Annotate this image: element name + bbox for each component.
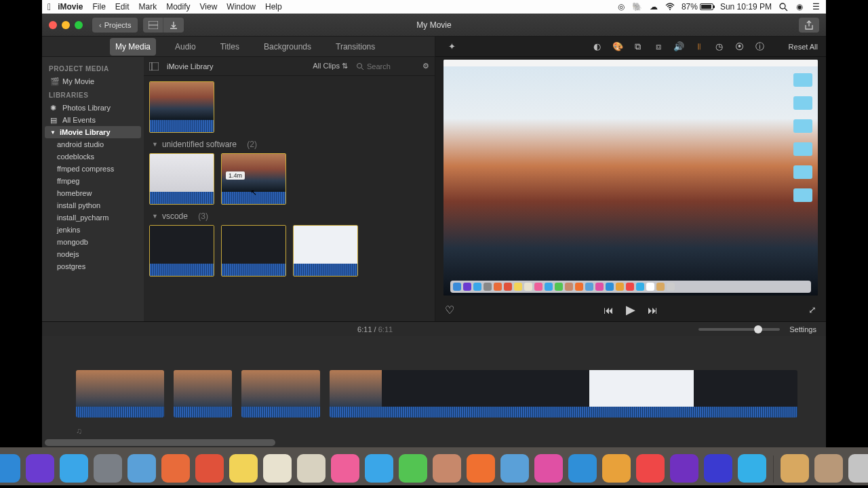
tab-transitions[interactable]: Transitions [330, 38, 380, 56]
tab-my-media[interactable]: My Media [110, 38, 156, 56]
skip-back-button[interactable]: ⏮ [604, 304, 614, 316]
menu-edit[interactable]: Edit [115, 2, 130, 12]
dock-app-icon[interactable] [229, 454, 258, 483]
dock-app-icon[interactable] [161, 454, 190, 483]
color-balance-icon[interactable]: ◐ [592, 41, 603, 52]
info-icon[interactable]: ⓘ [755, 41, 766, 52]
preview-viewer[interactable] [443, 60, 818, 296]
dock-app-icon[interactable] [60, 454, 88, 483]
clip-group-header[interactable]: ▼unidentified software (2) [152, 140, 429, 149]
share-button[interactable] [799, 18, 819, 33]
status-icon[interactable]: ◎ [616, 2, 626, 12]
battery-status[interactable]: 87% [682, 2, 713, 12]
crop-icon[interactable]: ⧉ [633, 41, 644, 52]
stabilize-icon[interactable]: ⧈ [653, 41, 664, 52]
sidebar-item-event[interactable]: postgres [45, 260, 141, 272]
color-correction-icon[interactable]: 🎨 [612, 41, 623, 52]
dock-app-icon[interactable] [331, 454, 359, 483]
speed-icon[interactable]: ◷ [714, 41, 725, 52]
timeline-clip[interactable] [330, 370, 797, 418]
timeline-scrollbar[interactable] [45, 439, 275, 446]
app-menu[interactable]: iMovie [58, 2, 83, 12]
dock-app-icon[interactable] [297, 454, 326, 483]
search-input[interactable] [367, 62, 414, 70]
dock-app-icon[interactable] [399, 454, 427, 483]
clip-thumbnail[interactable] [149, 153, 214, 205]
siri-icon[interactable]: ◉ [795, 2, 804, 12]
tab-backgrounds[interactable]: Backgrounds [258, 38, 317, 56]
tab-audio[interactable]: Audio [170, 38, 201, 56]
dock-app-icon[interactable] [814, 454, 843, 483]
audio-track[interactable]: ♫ [76, 424, 826, 438]
favorite-icon[interactable]: ♡ [445, 304, 454, 317]
status-icon[interactable]: ☁ [649, 2, 658, 12]
sidebar-item-event[interactable]: mongodb [45, 236, 141, 248]
dock-app-icon[interactable] [467, 454, 495, 483]
dock-app-icon[interactable] [195, 454, 224, 483]
window-minimize-button[interactable] [62, 21, 70, 29]
dock-app-icon[interactable] [0, 454, 20, 483]
clip-thumbnail[interactable] [221, 225, 286, 277]
browser-settings-icon[interactable]: ⚙ [422, 62, 429, 70]
dock-app-icon[interactable] [127, 454, 156, 483]
dock-app-icon[interactable] [738, 454, 766, 483]
dock-app-icon[interactable] [26, 454, 54, 483]
menu-modify[interactable]: Modify [166, 2, 190, 12]
status-icon[interactable]: 🐘 [633, 2, 642, 12]
dock-app-icon[interactable] [263, 454, 292, 483]
clip-thumbnail[interactable]: 1.4m↖ [221, 153, 286, 205]
dock-app-icon[interactable] [848, 454, 869, 483]
dock-app-icon[interactable] [433, 454, 461, 483]
clip-group-header[interactable]: ▼vscode (3) [152, 211, 429, 221]
dock-app-icon[interactable] [568, 454, 597, 483]
timeline-clip[interactable] [76, 370, 164, 418]
dock-app-icon[interactable] [365, 454, 393, 483]
skip-forward-button[interactable]: ⏭ [648, 304, 658, 316]
notification-center-icon[interactable]: ☰ [811, 2, 821, 12]
clips-filter-dropdown[interactable]: All Clips ⇅ [313, 62, 348, 70]
menu-mark[interactable]: Mark [139, 2, 157, 12]
clip-thumbnail[interactable] [149, 81, 214, 133]
dock-app-icon[interactable] [670, 454, 698, 483]
fullscreen-button[interactable]: ⤢ [808, 304, 816, 315]
timeline-settings-button[interactable]: Settings [789, 325, 816, 333]
clip-thumbnail[interactable] [293, 225, 358, 277]
menu-help[interactable]: Help [265, 2, 282, 12]
play-button[interactable]: ▶ [626, 302, 635, 317]
window-close-button[interactable] [49, 21, 57, 29]
sidebar-item-event[interactable]: jenkins [45, 224, 141, 236]
dock-app-icon[interactable] [602, 454, 631, 483]
dock-app-icon[interactable] [500, 454, 529, 483]
menu-window[interactable]: Window [226, 2, 256, 12]
dock-app-icon[interactable] [534, 454, 563, 483]
spotlight-icon[interactable] [778, 2, 788, 12]
sidebar-item-event[interactable]: ffmped compress [45, 163, 141, 175]
sidebar-item-event[interactable]: install_pycharm [45, 211, 141, 224]
filter-icon[interactable]: ⦿ [734, 41, 745, 52]
sidebar-item-imovie-library[interactable]: ▼ iMovie Library [45, 126, 141, 138]
toggle-sidebar-icon[interactable] [149, 62, 159, 70]
dock-app-icon[interactable] [781, 454, 809, 483]
dock-app-icon[interactable] [94, 454, 122, 483]
reset-all-button[interactable]: Reset All [789, 43, 818, 51]
import-button[interactable] [163, 18, 184, 33]
timeline-zoom-slider[interactable] [698, 328, 780, 331]
volume-icon[interactable]: 🔊 [673, 41, 684, 52]
layout-toggle-button[interactable] [143, 18, 163, 33]
dock-app-icon[interactable] [636, 454, 665, 483]
menu-file[interactable]: File [92, 2, 105, 12]
menubar-clock[interactable]: Sun 10:19 PM [720, 2, 772, 12]
tab-titles[interactable]: Titles [215, 38, 245, 56]
magic-wand-icon[interactable]: ✦ [446, 41, 457, 52]
dock-app-icon[interactable] [704, 454, 732, 483]
sidebar-item-event[interactable]: codeblocks [45, 150, 141, 163]
timeline-clip[interactable] [241, 370, 320, 418]
sidebar-item-event[interactable]: homebrew [45, 187, 141, 199]
noise-reduction-icon[interactable]: ⫴ [694, 41, 705, 52]
sidebar-item-event[interactable]: install python [45, 199, 141, 211]
timeline-clip[interactable] [174, 370, 232, 418]
menu-view[interactable]: View [200, 2, 218, 12]
window-maximize-button[interactable] [75, 21, 83, 29]
apple-menu-icon[interactable]:  [47, 1, 51, 12]
sidebar-item-event[interactable]: ffmpeg [45, 175, 141, 187]
